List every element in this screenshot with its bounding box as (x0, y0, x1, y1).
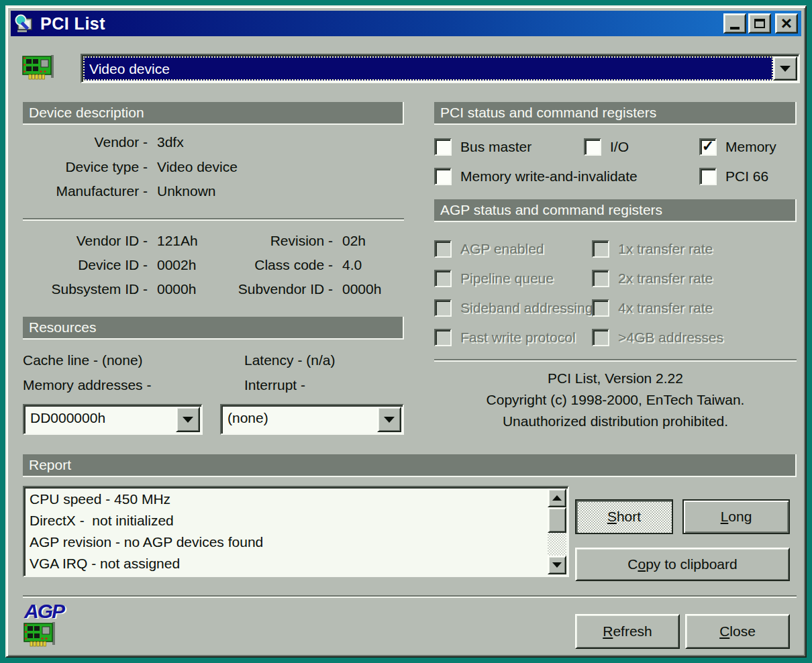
fast-write-box (434, 329, 452, 346)
close-button-titlebar[interactable]: × (775, 13, 798, 34)
app-magnifier-icon[interactable] (13, 13, 35, 34)
device-combobox-value[interactable]: Video device (83, 56, 773, 81)
checkbox-io[interactable]: I/O (584, 138, 629, 156)
pci-list-window: PCI List × Video device Device descripti… (5, 5, 807, 658)
about-copyright: Copyright (c) 1998-2000, EnTech Taiwan. (434, 392, 797, 408)
checkbox-memory[interactable]: ✓ Memory (699, 138, 776, 156)
agp-enabled-box (434, 240, 452, 258)
vendor-row: Vendor - 3dfx (23, 134, 184, 150)
device-type-label: Device type - (23, 159, 148, 175)
4gb-addresses-box (592, 329, 609, 346)
scroll-down-button[interactable] (548, 556, 566, 574)
report-line-directx[interactable]: DirectX - not initialized (27, 510, 545, 531)
memory-addresses-dropdown-button[interactable] (176, 407, 200, 432)
checkbox-agp-enabled: AGP enabled (434, 240, 544, 258)
close-icon: × (781, 16, 792, 31)
device-combobox[interactable]: Video device (81, 54, 800, 83)
io-box[interactable] (584, 138, 601, 156)
chevron-down-icon (384, 417, 395, 423)
checkbox-bus-master[interactable]: Bus master (434, 138, 531, 156)
section-pci-status: PCI status and command registers (434, 102, 797, 125)
sideband-box (434, 299, 452, 317)
checkbox-4x-transfer-rate: 4x transfer rate (592, 299, 713, 317)
vendor-value: 3dfx (148, 134, 184, 150)
interrupt-label: Interrupt - (244, 377, 305, 393)
revision-label: Revision - (232, 233, 333, 249)
id-row-3: Subsystem ID - 0000h Subvendor ID - 0000… (23, 281, 381, 297)
refresh-button[interactable]: Refresh (575, 614, 680, 649)
device-combobox-dropdown-button[interactable] (773, 56, 797, 81)
memory-addresses-combobox[interactable]: DD000000h (23, 404, 203, 435)
device-type-value: Video device (148, 159, 238, 175)
memory-addresses-value[interactable]: DD000000h (26, 407, 176, 432)
section-agp-status: AGP status and command registers (434, 199, 797, 222)
interrupt-value[interactable]: (none) (223, 407, 377, 432)
checkbox-2x-transfer-rate: 2x transfer rate (592, 270, 713, 287)
class-code-label: Class code - (232, 257, 333, 273)
latency-text: Latency - (n/a) (244, 352, 335, 368)
mwi-box[interactable] (434, 168, 452, 185)
about-notice: Unauthorized distribution prohibited. (434, 413, 797, 429)
interrupt-dropdown-button[interactable] (377, 407, 401, 432)
titlebar-buttons: × (721, 13, 798, 34)
memory-box[interactable]: ✓ (699, 138, 717, 156)
chevron-down-icon (780, 66, 791, 72)
checkbox-memory-write-and-invalidate[interactable]: Memory write-and-invalidate (434, 168, 638, 185)
interrupt-combobox[interactable]: (none) (220, 404, 404, 435)
revision-value: 02h (333, 233, 366, 249)
scroll-up-button[interactable] (548, 489, 566, 507)
divider-description-ids (23, 218, 404, 221)
copy-to-clipboard-button[interactable]: Copy to clipboard (575, 548, 790, 581)
arrow-up-icon (552, 495, 562, 501)
about-version: PCI List, Version 2.22 (434, 370, 797, 387)
close-button[interactable]: Close (685, 614, 790, 649)
scrollbar-thumb[interactable] (548, 507, 566, 533)
checkbox-sideband-addressing: Sideband addressing (434, 299, 593, 317)
chevron-down-icon (183, 417, 193, 423)
subsystem-id-value: 0000h (148, 281, 232, 297)
maximize-button[interactable] (748, 13, 771, 34)
report-lines: CPU speed - 450 MHz DirectX - not initia… (27, 489, 545, 574)
minimize-button[interactable] (723, 13, 746, 34)
class-code-value: 4.0 (333, 257, 362, 273)
maximize-icon (754, 19, 765, 28)
manufacturer-row: Manufacturer - Unknown (23, 183, 216, 199)
device-id-value: 0002h (148, 257, 232, 273)
checkbox-4gb-addresses: >4GB addresses (592, 329, 723, 346)
subsystem-id-label: Subsystem ID - (23, 281, 148, 297)
report-line-vga-irq[interactable]: VGA IRQ - not assigned (27, 553, 545, 574)
pci66-box[interactable] (699, 168, 717, 185)
checkbox-pci66[interactable]: PCI 66 (699, 168, 768, 185)
pci-card-icon-bottom (21, 617, 59, 654)
bus-master-box[interactable] (434, 138, 452, 156)
section-device-description: Device description (23, 102, 404, 125)
subvendor-id-value: 0000h (333, 281, 381, 297)
device-type-row: Device type - Video device (23, 159, 238, 175)
section-report: Report (23, 454, 797, 477)
report-listbox[interactable]: CPU speed - 450 MHz DirectX - not initia… (23, 486, 569, 577)
report-line-agp-revision[interactable]: AGP revision - no AGP devices found (27, 531, 545, 553)
report-line-cpu-speed[interactable]: CPU speed - 450 MHz (27, 489, 545, 510)
report-scrollbar[interactable] (548, 489, 566, 574)
vendor-id-value: 121Ah (148, 233, 232, 249)
1x-transfer-box (592, 240, 609, 258)
short-button[interactable]: Short (575, 499, 673, 534)
section-resources: Resources (23, 317, 404, 340)
arrow-down-icon (552, 562, 562, 568)
vendor-id-label: Vendor ID - (23, 233, 148, 249)
titlebar: PCI List × (11, 11, 801, 36)
cache-line-text: Cache line - (none) (23, 352, 143, 368)
2x-transfer-box (592, 270, 609, 287)
pci-card-icon (20, 51, 58, 86)
checkmark-icon: ✓ (702, 140, 714, 153)
pipeline-queue-box (434, 270, 452, 287)
window-title: PCI List (40, 14, 105, 34)
checkbox-fast-write-protocol: Fast write protocol (434, 329, 576, 346)
divider-bottom (23, 595, 797, 598)
long-button[interactable]: Long (682, 499, 790, 534)
vendor-label: Vendor - (23, 134, 148, 150)
subvendor-id-label: Subvendor ID - (232, 281, 333, 297)
id-row-1: Vendor ID - 121Ah Revision - 02h (23, 233, 366, 249)
manufacturer-value: Unknown (148, 183, 216, 199)
4x-transfer-box (592, 299, 609, 317)
